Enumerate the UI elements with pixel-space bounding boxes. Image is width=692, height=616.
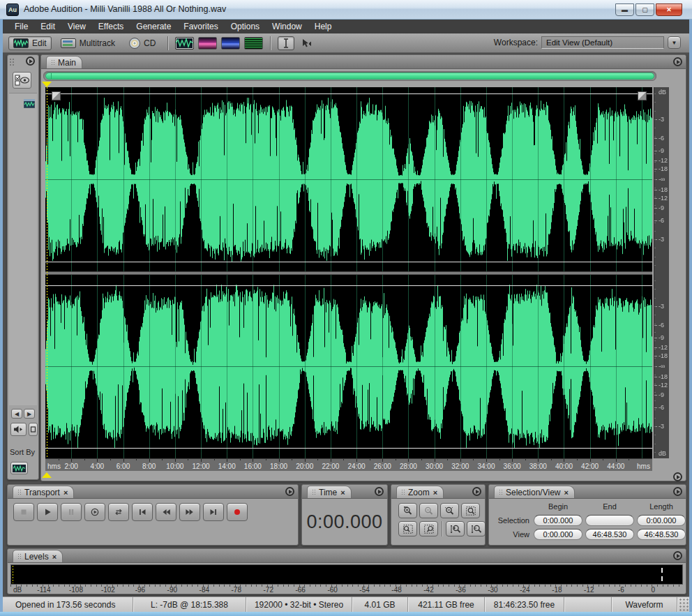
- zoom-in-horizontally-button[interactable]: [398, 503, 417, 518]
- play-looped-button[interactable]: [84, 503, 105, 521]
- close-icon[interactable]: ×: [340, 489, 345, 496]
- loop-play-button[interactable]: [29, 423, 38, 436]
- menu-help[interactable]: Help: [308, 20, 338, 33]
- window-bottom-edge: [0, 612, 692, 616]
- selection-end-field[interactable]: [585, 515, 634, 526]
- waveform-display[interactable]: [45, 87, 652, 458]
- files-list[interactable]: [9, 93, 37, 405]
- view-length-field[interactable]: 46:48.530: [637, 529, 686, 540]
- scroll-left-button[interactable]: ◀: [11, 409, 22, 419]
- go-to-end-button[interactable]: [203, 503, 224, 521]
- view-begin-field[interactable]: 0:00.000: [534, 529, 582, 540]
- cd-view-button[interactable]: CD: [124, 36, 160, 51]
- go-to-beginning-button[interactable]: [132, 503, 153, 521]
- ruler-label: 20:00: [296, 463, 313, 470]
- tab-transport[interactable]: Transport ×: [13, 486, 74, 498]
- menu-file[interactable]: File: [8, 20, 34, 33]
- ruler-label: 36:00: [504, 463, 521, 470]
- loop-button[interactable]: [108, 503, 129, 521]
- audio-file-icon[interactable]: [24, 99, 35, 108]
- status-resize-grip[interactable]: [677, 597, 689, 612]
- rewind-button[interactable]: [156, 503, 176, 521]
- zoom-in-right-selection-button[interactable]: [419, 521, 438, 536]
- ruler-tick: [253, 459, 253, 462]
- tab-grip: [401, 489, 405, 496]
- minimize-button[interactable]: ▬: [615, 3, 634, 16]
- files-panel-menu-button[interactable]: [26, 57, 35, 66]
- close-button[interactable]: ✕: [656, 3, 682, 16]
- fast-forward-button[interactable]: [179, 503, 200, 521]
- ruler-minor-tick: [551, 459, 552, 460]
- workspace-dropdown-arrow[interactable]: ▼: [668, 36, 681, 49]
- tab-levels[interactable]: Levels ×: [13, 550, 63, 562]
- tab-zoom[interactable]: Zoom ×: [396, 486, 444, 498]
- zoom-out-full-button[interactable]: [440, 503, 459, 518]
- close-icon[interactable]: ×: [52, 553, 57, 560]
- menu-favorites[interactable]: Favorites: [177, 20, 224, 33]
- menu-edit[interactable]: Edit: [34, 20, 61, 33]
- tab-time[interactable]: Time ×: [307, 486, 352, 498]
- zoom-panel: Zoom ×: [391, 484, 486, 546]
- column-length: Length: [637, 502, 686, 511]
- time-selection-tool-button[interactable]: [278, 36, 294, 50]
- app-logo-icon: Au: [6, 3, 19, 16]
- time-panel-menu-button[interactable]: [375, 487, 384, 496]
- show-file-types-button[interactable]: [13, 72, 31, 89]
- zoom-in-vertically-button[interactable]: [446, 521, 465, 536]
- level-meter[interactable]: [10, 564, 683, 585]
- levels-tick-label: -84: [200, 586, 209, 594]
- panel-grip[interactable]: [9, 58, 15, 66]
- transport-panel-menu-button[interactable]: [285, 487, 294, 496]
- stop-button[interactable]: [13, 503, 34, 521]
- selection-view-panel-menu-button[interactable]: [673, 487, 682, 496]
- scrub-tool-button[interactable]: [299, 36, 315, 50]
- waveform-view-button[interactable]: [175, 37, 194, 50]
- spectral-phase-view-button[interactable]: [244, 37, 263, 50]
- selection-length-field[interactable]: 0:00.000: [637, 515, 686, 526]
- close-icon[interactable]: ×: [63, 489, 68, 496]
- levels-tick-label: -108: [69, 586, 83, 594]
- tab-selection-view[interactable]: Selection/View ×: [494, 486, 575, 498]
- close-icon[interactable]: ×: [433, 489, 437, 496]
- menu-effects[interactable]: Effects: [92, 20, 130, 33]
- db-amplitude-scale[interactable]: [654, 87, 669, 458]
- pause-button[interactable]: [61, 503, 82, 521]
- play-button[interactable]: [37, 503, 58, 521]
- menu-window[interactable]: Window: [266, 20, 308, 33]
- tab-main[interactable]: Main: [46, 56, 82, 68]
- overview-scrollbar-thumb[interactable]: [45, 73, 654, 80]
- cti-marker-top[interactable]: [42, 82, 52, 87]
- close-icon[interactable]: ×: [564, 489, 569, 496]
- selection-begin-field[interactable]: 0:00.000: [534, 515, 582, 526]
- selection-handle-right[interactable]: [638, 91, 647, 100]
- main-panel-menu-button[interactable]: [673, 57, 682, 66]
- auto-play-button[interactable]: [10, 423, 27, 436]
- zoom-to-selection-button[interactable]: [461, 503, 480, 518]
- zoom-out-vertically-button[interactable]: [467, 521, 486, 536]
- multitrack-view-button[interactable]: Multitrack: [56, 36, 120, 50]
- cti-marker-bottom[interactable]: [42, 472, 52, 478]
- menu-view[interactable]: View: [61, 20, 92, 33]
- record-button[interactable]: [227, 503, 248, 521]
- tab-selection-view-label: Selection/View: [506, 488, 561, 497]
- zoom-out-horizontally-button[interactable]: [419, 503, 438, 518]
- levels-panel-menu-button[interactable]: [673, 551, 682, 560]
- ruler-minor-tick: [240, 459, 241, 460]
- view-end-field[interactable]: 46:48.530: [585, 529, 634, 540]
- spectral-frequency-view-button[interactable]: [198, 37, 217, 50]
- edit-view-button[interactable]: Edit: [8, 36, 52, 50]
- workspace-select[interactable]: Edit View (Default): [541, 36, 664, 49]
- maximize-button[interactable]: ▢: [635, 3, 654, 16]
- zoom-in-left-selection-button[interactable]: [398, 521, 417, 536]
- sort-by-waveform-button[interactable]: [10, 462, 28, 474]
- menu-options[interactable]: Options: [225, 20, 266, 33]
- selection-handle-left[interactable]: [52, 91, 61, 100]
- overview-scrollbar-track[interactable]: [43, 71, 656, 81]
- scroll-right-button[interactable]: ▶: [24, 409, 35, 419]
- ruler-panel-menu-button[interactable]: [673, 472, 682, 481]
- menu-generate[interactable]: Generate: [130, 20, 177, 33]
- ruler-minor-tick: [266, 459, 266, 460]
- time-ruler[interactable]: hms2:004:006:008:0010:0012:0014:0016:001…: [45, 458, 652, 471]
- zoom-panel-menu-button[interactable]: [472, 487, 481, 496]
- spectral-pan-view-button[interactable]: [221, 37, 240, 50]
